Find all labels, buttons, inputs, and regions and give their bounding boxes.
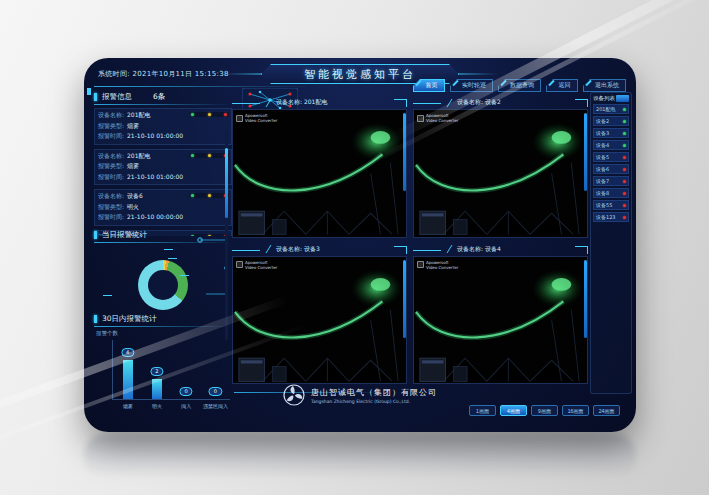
video-panel-title: 设备名称: 设备3 xyxy=(232,243,407,256)
device-list-item[interactable]: 设备6 xyxy=(593,164,629,174)
nav-button-label: 实时轮巡 xyxy=(462,81,486,90)
layout-view-label: 1画面 xyxy=(476,408,489,414)
page-title: 智能视觉感知平台 xyxy=(304,67,416,82)
device-status-dot xyxy=(623,120,626,123)
monthly-stats-panel: 30日内报警统计 报警个数 4 烟雾 2 xyxy=(94,314,232,412)
alarm-panel: 报警信息 6条 设备名称:201配电 报警类型:烟雾 报警时间:21-10-10… xyxy=(94,92,232,236)
video-frame[interactable]: Apowersoft Video Converter xyxy=(413,256,588,385)
device-status-dot xyxy=(623,216,626,219)
video-scrollbar[interactable] xyxy=(403,113,406,191)
layout-view-button[interactable]: 4画面 xyxy=(500,405,527,416)
bar-column: 2 明火 xyxy=(150,340,164,399)
watermark-line2: Video Converter xyxy=(426,118,458,123)
nav-button[interactable]: 首页 xyxy=(413,79,445,92)
bar-category-label: 烟雾 xyxy=(123,403,133,409)
video-frame[interactable]: Apowersoft Video Converter xyxy=(232,256,407,385)
layout-view-button[interactable]: 1画面 xyxy=(469,405,496,416)
bar-plot-area: 4 烟雾 2 明火 0 闯入 0 xyxy=(112,340,230,400)
video-scrollbar[interactable] xyxy=(403,260,406,338)
donut-hole xyxy=(148,270,178,300)
slash-decor-icon xyxy=(447,245,457,253)
watermark-logo-icon xyxy=(236,115,243,122)
video-frame[interactable]: Apowersoft Video Converter xyxy=(413,109,588,238)
dashboard-panel: 系统时间: 2021年10月11日 15:15:38 智能视觉感知平台 首页 实… xyxy=(84,58,636,432)
corner-accent xyxy=(87,88,91,95)
device-list-item[interactable]: 201配电 xyxy=(593,104,629,114)
header-divider xyxy=(94,86,309,87)
video-still-image xyxy=(414,110,587,237)
device-name: 设备4 xyxy=(596,142,609,148)
yellow-dot-icon xyxy=(208,194,211,197)
alarm-type-label: 报警类型: xyxy=(98,202,124,213)
nav-button[interactable]: 实时轮巡 xyxy=(450,79,493,92)
green-dot-icon xyxy=(191,194,194,197)
device-list-item[interactable]: 设备123 xyxy=(593,212,629,222)
slash-decor-icon xyxy=(266,245,276,253)
video-frame[interactable]: Apowersoft Video Converter xyxy=(232,109,407,238)
donut-ring xyxy=(138,260,188,310)
device-name-label: 设备名称: xyxy=(98,191,124,202)
device-status-dot xyxy=(623,132,626,135)
video-still-image xyxy=(233,110,406,237)
video-panel[interactable]: 设备名称: 设备2 xyxy=(413,96,588,238)
device-name: 设备2 xyxy=(596,118,609,124)
layout-view-button[interactable]: 24画面 xyxy=(593,405,620,416)
bar xyxy=(152,379,162,399)
screen-layout-buttons: 1画面 4画面 9画面 16画面 24画面 xyxy=(469,405,620,416)
device-list-title: 设备列表 xyxy=(593,95,615,102)
bar-value-bubble: 0 xyxy=(180,387,193,396)
device-name: 201配电 xyxy=(596,106,616,112)
device-status-dot xyxy=(623,168,626,171)
bar-column: 4 烟雾 xyxy=(121,340,135,399)
device-list-item[interactable]: 设备4 xyxy=(593,140,629,150)
device-search-button[interactable] xyxy=(616,95,629,102)
video-scrollbar[interactable] xyxy=(584,260,587,338)
device-name: 设备5 xyxy=(596,154,609,160)
alarm-list-item[interactable]: 设备名称:201配电 报警类型:烟雾 报警时间:21-10-10 01:00:0… xyxy=(94,149,232,186)
slash-decor-icon xyxy=(266,99,276,107)
alarm-list-item[interactable]: 设备名称:设备6 报警类型:明火 报警时间:21-10-10 00:00:00 xyxy=(94,189,232,226)
company-logo-icon xyxy=(283,384,305,406)
watermark-line2: Video Converter xyxy=(245,265,277,270)
device-name: 设备3 xyxy=(596,130,609,136)
nav-button[interactable]: 退出系统 xyxy=(583,79,626,92)
section-accent-bar xyxy=(94,231,97,239)
nav-button[interactable]: 返回 xyxy=(546,79,578,92)
monthly-stats-title: 30日内报警统计 xyxy=(102,314,157,324)
video-panel[interactable]: 设备名称: 201配电 xyxy=(232,96,407,238)
layout-view-button[interactable]: 16画面 xyxy=(562,405,589,416)
company-name-en: Tangshan Zhicheng Electric (Group) Co.,L… xyxy=(311,399,437,404)
alarm-panel-title: 报警信息 xyxy=(102,92,132,102)
alarm-type-label: 报警类型: xyxy=(98,161,124,172)
device-status-dot xyxy=(623,108,626,111)
device-name-label: 设备名称: xyxy=(98,110,124,121)
device-list-item[interactable]: 设备8 xyxy=(593,188,629,198)
video-panel[interactable]: 设备名称: 设备4 xyxy=(413,243,588,385)
circuit-decor xyxy=(196,234,236,304)
left-column-scrollbar[interactable] xyxy=(225,130,228,340)
daily-stats-title: 当日报警统计 xyxy=(102,230,147,240)
layout-view-button[interactable]: 9画面 xyxy=(531,405,558,416)
device-list-item[interactable]: 设备7 xyxy=(593,176,629,186)
alarm-time-value: 21-10-10 00:00:00 xyxy=(127,212,183,223)
device-list-item[interactable]: 设备55 xyxy=(593,200,629,210)
device-list-item[interactable]: 设备2 xyxy=(593,116,629,126)
video-panel-title: 设备名称: 设备4 xyxy=(413,243,588,256)
watermark-line2: Video Converter xyxy=(426,265,458,270)
video-panel[interactable]: 设备名称: 设备3 xyxy=(232,243,407,385)
alarm-list-item[interactable]: 设备名称:201配电 报警类型:烟雾 报警时间:21-10-10 01:00:0… xyxy=(94,108,232,145)
device-list-item[interactable]: 设备3 xyxy=(593,128,629,138)
alarm-time-value: 21-10-10 01:00:00 xyxy=(127,172,183,183)
alarm-type-label: 报警类型: xyxy=(98,121,124,132)
device-list-item[interactable]: 设备5 xyxy=(593,152,629,162)
video-scrollbar[interactable] xyxy=(584,113,587,191)
device-status-dot xyxy=(623,156,626,159)
watermark: Apowersoft Video Converter xyxy=(417,260,458,270)
device-status-dot xyxy=(623,144,626,147)
device-list: 201配电 设备2 设备3 设备4 设备5 xyxy=(593,104,629,222)
nav-button[interactable]: 数据查询 xyxy=(498,79,541,92)
alarm-list: 设备名称:201配电 报警类型:烟雾 报警时间:21-10-10 01:00:0… xyxy=(94,108,232,236)
device-name: 设备8 xyxy=(596,190,609,196)
watermark-logo-icon xyxy=(417,115,424,122)
watermark: Apowersoft Video Converter xyxy=(417,113,458,123)
